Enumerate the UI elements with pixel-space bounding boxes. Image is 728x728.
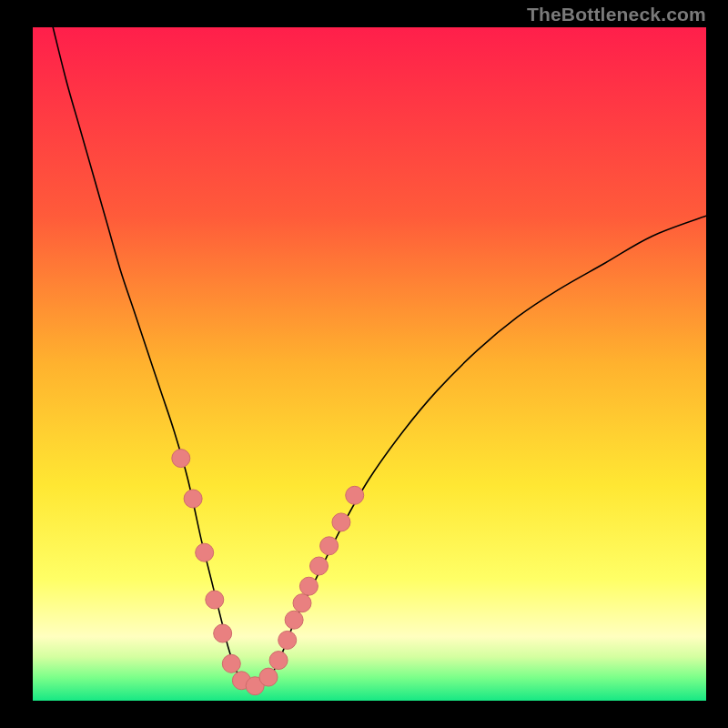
data-marker [293, 594, 311, 612]
data-marker [259, 668, 278, 686]
plot-area [33, 27, 706, 701]
data-marker [299, 577, 318, 595]
watermark-text: TheBottleneck.com [527, 4, 706, 25]
chart-svg [33, 27, 706, 701]
data-marker [184, 490, 202, 508]
data-marker [320, 537, 339, 555]
data-marker [206, 591, 224, 609]
data-marker [310, 557, 329, 575]
data-marker [285, 611, 303, 629]
data-marker [214, 624, 232, 642]
stage: TheBottleneck.com [0, 0, 728, 728]
data-marker [172, 450, 190, 468]
data-marker [269, 652, 288, 670]
data-marker [222, 654, 240, 672]
data-marker [346, 486, 364, 504]
data-marker [196, 543, 214, 561]
data-marker [278, 631, 297, 649]
gradient-background [33, 27, 706, 701]
data-marker [332, 513, 350, 531]
